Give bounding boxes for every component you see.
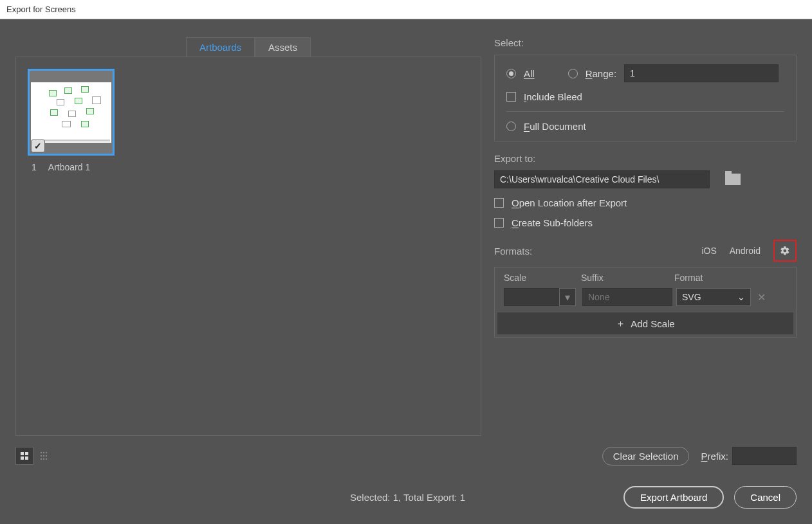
checkbox-open-location[interactable] [494, 198, 504, 208]
svg-rect-2 [21, 456, 24, 460]
view-list-button[interactable] [36, 447, 54, 465]
checkbox-include-bleed[interactable] [506, 92, 516, 102]
list-icon [40, 451, 50, 460]
label-all[interactable]: All [524, 68, 535, 79]
col-suffix: Suffix [581, 273, 674, 283]
artboard-grid: ✓ 1 Artboard 1 [15, 57, 481, 436]
svg-point-7 [41, 455, 42, 456]
label-range[interactable]: Range: [586, 68, 616, 79]
folder-icon[interactable] [725, 174, 741, 185]
artboard-index: 1 [32, 162, 37, 172]
radio-all[interactable] [506, 69, 516, 78]
clear-selection-button[interactable]: Clear Selection [602, 447, 690, 465]
select-label: Select: [494, 37, 797, 48]
svg-point-11 [43, 458, 44, 460]
title-bar: Export for Screens [0, 0, 812, 19]
radio-range[interactable] [568, 69, 578, 78]
tab-assets[interactable]: Assets [255, 37, 311, 57]
grid-icon [20, 451, 29, 460]
label-create-subfolders[interactable]: Create Sub-folders [512, 217, 593, 228]
export-path-input[interactable] [494, 170, 710, 188]
col-format: Format [674, 273, 752, 283]
svg-point-9 [46, 455, 47, 456]
tab-artboards[interactable]: Artboards [186, 37, 255, 57]
view-grid-button[interactable] [15, 447, 33, 465]
artboard-selected-check-icon[interactable]: ✓ [31, 140, 45, 152]
select-section: All Range: Include Bleed Full Document [494, 55, 797, 141]
formats-settings-button[interactable] [773, 240, 797, 262]
artboard-item[interactable]: ✓ 1 Artboard 1 [28, 69, 115, 172]
delete-row-icon[interactable]: ✕ [755, 291, 768, 303]
dialog-body: Artboards Assets [0, 19, 812, 524]
formats-ios-link[interactable]: iOS [701, 246, 716, 256]
svg-rect-1 [25, 452, 28, 455]
plus-icon: ＋ [616, 318, 625, 330]
add-scale-button[interactable]: ＋ Add Scale [497, 312, 793, 334]
svg-point-4 [41, 452, 42, 453]
checkbox-create-subfolders[interactable] [494, 218, 504, 228]
cancel-button[interactable]: Cancel [734, 486, 797, 509]
scale-dropdown-button[interactable]: ▾ [559, 288, 576, 306]
scale-input[interactable] [504, 288, 559, 306]
label-include-bleed[interactable]: Include Bleed [524, 91, 582, 102]
prefix-input[interactable] [732, 447, 797, 465]
svg-point-12 [46, 458, 47, 460]
svg-point-8 [43, 455, 44, 456]
svg-point-6 [46, 452, 47, 453]
svg-point-10 [41, 458, 42, 460]
label-full-document[interactable]: Full Document [524, 121, 586, 132]
label-open-location[interactable]: Open Location after Export [512, 197, 627, 208]
col-scale: Scale [504, 273, 581, 283]
suffix-input[interactable] [582, 288, 672, 306]
formats-android-link[interactable]: Android [730, 246, 761, 256]
selection-status: Selected: 1, Total Export: 1 [350, 492, 465, 503]
artboard-thumbnail[interactable]: ✓ [28, 69, 115, 156]
range-input[interactable] [624, 64, 779, 82]
format-row: ▾ SVG ⌄ ✕ [495, 285, 796, 312]
formats-label: Formats: [494, 246, 532, 257]
tabs: Artboards Assets [15, 37, 481, 57]
svg-point-5 [43, 452, 44, 453]
artboard-name: Artboard 1 [48, 162, 90, 172]
svg-rect-0 [21, 452, 24, 455]
radio-full-document[interactable] [506, 122, 516, 131]
format-value: SVG [682, 292, 701, 302]
add-scale-label: Add Scale [631, 318, 674, 329]
export-artboard-button[interactable]: Export Artboard [623, 486, 724, 509]
window-title: Export for Screens [6, 5, 76, 14]
export-to-label: Export to: [494, 153, 797, 164]
format-select[interactable]: SVG ⌄ [676, 288, 751, 306]
chevron-down-icon: ⌄ [737, 292, 745, 302]
gear-icon [780, 246, 790, 256]
prefix-label: Prefix: [701, 451, 728, 462]
svg-rect-3 [25, 456, 28, 460]
formats-table: Scale Suffix Format ▾ SVG ⌄ [494, 267, 797, 338]
